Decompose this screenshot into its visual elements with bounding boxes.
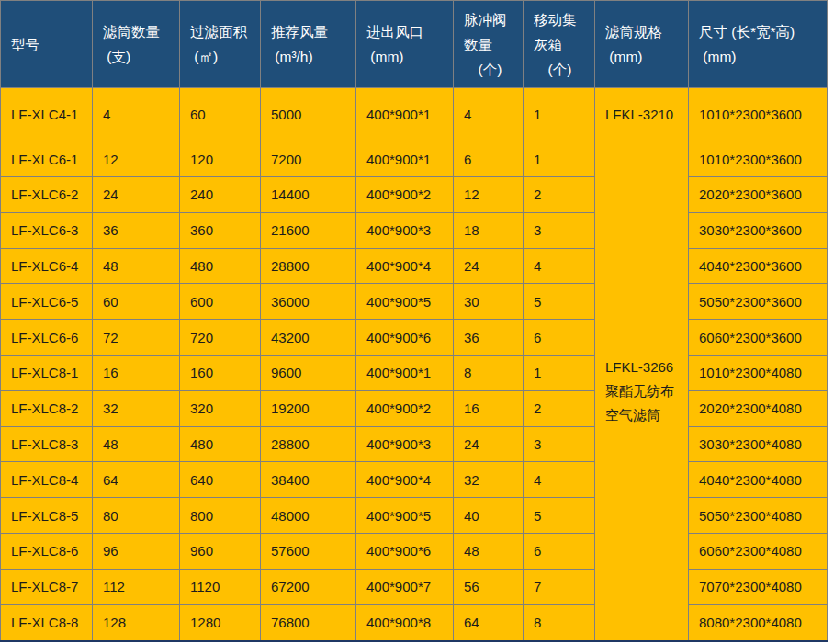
cell-airflow: 38400: [261, 462, 356, 498]
table-row: LF-XLC6-56060036000400*900*53055050*2300…: [1, 284, 828, 320]
header-cell-dust-box: 移动集 灰箱 (个): [524, 1, 595, 88]
cell-dust-box: 3: [524, 426, 595, 462]
cell-airflow: 57600: [261, 533, 356, 569]
cell-dimensions: 7070*2300*4080: [689, 569, 828, 604]
cell-filter-area: 160: [180, 355, 261, 390]
table-row: LF-XLC8-46464038400400*900*43244040*2300…: [1, 462, 828, 498]
cell-pulse-valves: 24: [454, 248, 524, 284]
cell-cartridge-qty: 16: [93, 355, 180, 390]
cell-filter-area: 960: [180, 533, 261, 569]
cell-pulse-valves: 32: [454, 462, 524, 498]
cell-cartridge-qty: 48: [93, 248, 180, 284]
cell-pulse-valves: 12: [454, 176, 524, 212]
cell-airflow: 36000: [261, 284, 356, 320]
cell-dimensions: 3030*2300*3600: [689, 212, 828, 248]
cell-airflow: 21600: [261, 212, 356, 248]
cell-dust-box: 6: [524, 320, 595, 356]
header-cell-inlet-outlet: 进出风口 (mm): [356, 1, 454, 88]
cell-dust-box: 7: [524, 569, 595, 604]
cell-model: LF-XLC6-5: [1, 284, 93, 320]
cell-model: LF-XLC6-2: [1, 176, 93, 212]
cell-pulse-valves: 30: [454, 284, 524, 320]
cell-dimensions: 2020*2300*4080: [689, 390, 828, 426]
cell-filter-area: 480: [180, 426, 261, 462]
cell-inlet-outlet: 400*900*2: [356, 176, 454, 212]
cell-dust-box: 3: [524, 212, 595, 248]
cell-pulse-valves: 18: [454, 212, 524, 248]
cell-dimensions: 4040*2300*3600: [689, 248, 828, 284]
cell-cartridge-qty: 36: [93, 212, 180, 248]
header-cell-filter-area: 过滤面积 (㎡): [180, 1, 261, 88]
cell-pulse-valves: 4: [454, 88, 524, 141]
cell-airflow: 76800: [261, 604, 356, 641]
cell-model: LF-XLC8-4: [1, 462, 93, 498]
table-row: LF-XLC4-14605000400*900*141LFKL-32101010…: [1, 88, 828, 141]
table-row: LF-XLC6-1121207200400*900*161LFKL-3266 聚…: [1, 141, 828, 177]
header-cell-model: 型号: [1, 1, 93, 88]
cell-filter-area: 1120: [180, 569, 261, 604]
cell-inlet-outlet: 400*900*5: [356, 284, 454, 320]
cell-inlet-outlet: 400*900*8: [356, 604, 454, 641]
cell-cartridge-spec: LFKL-3210: [595, 88, 689, 141]
cell-dust-box: 5: [524, 284, 595, 320]
cell-inlet-outlet: 400*900*5: [356, 498, 454, 534]
cell-dust-box: 2: [524, 176, 595, 212]
cell-dust-box: 5: [524, 498, 595, 534]
cell-filter-area: 360: [180, 212, 261, 248]
table-row: LF-XLC6-33636021600400*900*31833030*2300…: [1, 212, 828, 248]
table-row: LF-XLC8-7112112067200400*900*75677070*23…: [1, 569, 828, 604]
cell-filter-area: 720: [180, 320, 261, 356]
cell-dust-box: 1: [524, 141, 595, 177]
cell-inlet-outlet: 400*900*1: [356, 88, 454, 141]
cell-inlet-outlet: 400*900*7: [356, 569, 454, 604]
cell-model: LF-XLC6-3: [1, 212, 93, 248]
cell-cartridge-qty: 128: [93, 604, 180, 641]
cell-inlet-outlet: 400*900*3: [356, 426, 454, 462]
cell-airflow: 28800: [261, 248, 356, 284]
cell-filter-area: 800: [180, 498, 261, 534]
cell-inlet-outlet: 400*900*6: [356, 320, 454, 356]
cell-pulse-valves: 24: [454, 426, 524, 462]
cell-model: LF-XLC8-2: [1, 390, 93, 426]
cell-inlet-outlet: 400*900*1: [356, 355, 454, 390]
cell-airflow: 9600: [261, 355, 356, 390]
cell-pulse-valves: 40: [454, 498, 524, 534]
table-row: LF-XLC8-69696057600400*900*64866060*2300…: [1, 533, 828, 569]
cell-inlet-outlet: 400*900*6: [356, 533, 454, 569]
cell-airflow: 48000: [261, 498, 356, 534]
page: 型号滤筒数量 (支)过滤面积 (㎡)推荐风量 (m³/h)进出风口 (mm)脉冲…: [0, 0, 834, 644]
cell-dimensions: 1010*2300*4080: [689, 355, 828, 390]
cell-model: LF-XLC8-7: [1, 569, 93, 604]
header-row: 型号滤筒数量 (支)过滤面积 (㎡)推荐风量 (m³/h)进出风口 (mm)脉冲…: [1, 1, 828, 88]
filter-spec-table: 型号滤筒数量 (支)过滤面积 (㎡)推荐风量 (m³/h)进出风口 (mm)脉冲…: [0, 0, 828, 642]
cell-dimensions: 2020*2300*3600: [689, 176, 828, 212]
cell-cartridge-qty: 60: [93, 284, 180, 320]
cell-pulse-valves: 56: [454, 569, 524, 604]
cell-airflow: 19200: [261, 390, 356, 426]
cell-inlet-outlet: 400*900*2: [356, 390, 454, 426]
cell-dust-box: 4: [524, 462, 595, 498]
header-cell-cartridge-qty: 滤筒数量 (支): [93, 1, 180, 88]
cell-cartridge-qty: 72: [93, 320, 180, 356]
cell-dust-box: 6: [524, 533, 595, 569]
cell-filter-area: 120: [180, 141, 261, 177]
cell-cartridge-qty: 24: [93, 176, 180, 212]
cell-cartridge-spec: LFKL-3266 聚酯无纺布 空气滤筒: [595, 141, 689, 641]
cell-filter-area: 240: [180, 176, 261, 212]
cell-dimensions: 5050*2300*4080: [689, 498, 828, 534]
cell-dimensions: 3030*2300*4080: [689, 426, 828, 462]
cell-model: LF-XLC4-1: [1, 88, 93, 141]
cell-filter-area: 480: [180, 248, 261, 284]
cell-cartridge-qty: 12: [93, 141, 180, 177]
cell-model: LF-XLC6-1: [1, 141, 93, 177]
cell-dimensions: 4040*2300*4080: [689, 462, 828, 498]
cell-pulse-valves: 6: [454, 141, 524, 177]
table-row: LF-XLC6-67272043200400*900*63666060*2300…: [1, 320, 828, 356]
cell-cartridge-qty: 80: [93, 498, 180, 534]
cell-dimensions: 8080*2300*4080: [689, 604, 828, 641]
cell-inlet-outlet: 400*900*4: [356, 248, 454, 284]
header-cell-pulse-valves: 脉冲阀 数量 (个): [454, 1, 524, 88]
cell-airflow: 5000: [261, 88, 356, 141]
cell-dust-box: 8: [524, 604, 595, 641]
cell-inlet-outlet: 400*900*4: [356, 462, 454, 498]
